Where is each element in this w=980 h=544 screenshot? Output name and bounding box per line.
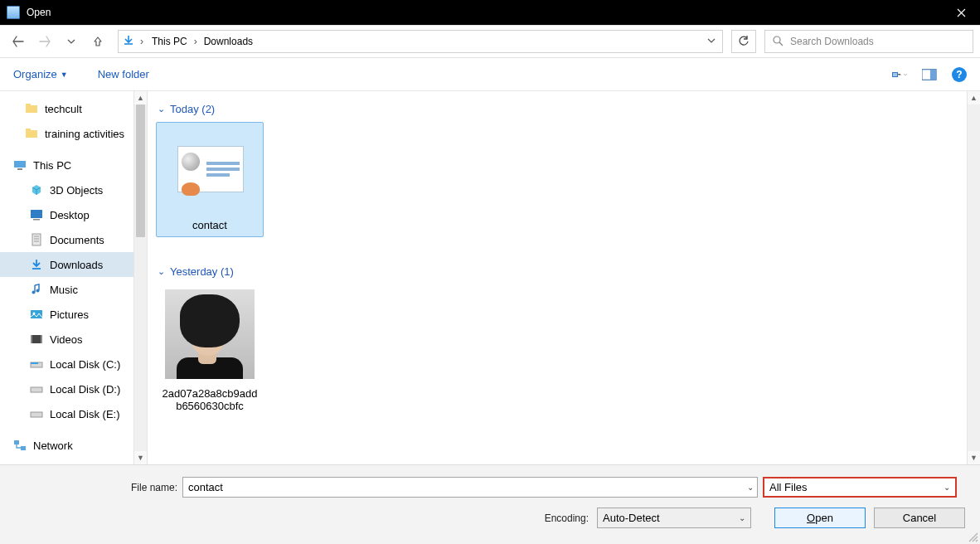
svg-point-15 <box>36 289 40 293</box>
pictures-icon <box>30 308 43 321</box>
chevron-right-icon: › <box>140 36 143 47</box>
svg-rect-5 <box>26 105 37 113</box>
svg-rect-4 <box>930 69 936 80</box>
main-area: techcult training activities This PC 3D … <box>0 91 980 464</box>
search-input[interactable]: Search Downloads <box>764 30 973 53</box>
network-icon <box>13 439 27 452</box>
sidebar-item-local-disk-d[interactable]: Local Disk (D:) <box>0 376 147 401</box>
downloads-location-icon <box>122 34 135 50</box>
chevron-right-icon: › <box>194 36 197 47</box>
file-list: ⌄ Today (2) <box>148 91 980 464</box>
objects-icon <box>30 183 43 197</box>
breadcrumb-this-pc[interactable]: This PC <box>148 34 191 49</box>
svg-rect-25 <box>14 440 19 444</box>
svg-rect-12 <box>33 219 40 221</box>
scroll-up-icon[interactable]: ▲ <box>968 91 980 104</box>
preview-pane-button[interactable] <box>922 67 937 82</box>
file-item-contact[interactable]: contact <box>156 122 264 237</box>
file-type-select[interactable]: All Files ⌄ <box>763 477 957 498</box>
sidebar-item-network[interactable]: Network <box>0 433 147 458</box>
downloads-icon <box>30 258 43 271</box>
chevron-down-icon: ⌄ <box>944 483 950 492</box>
scroll-down-icon[interactable]: ▼ <box>134 451 147 464</box>
forward-button[interactable] <box>33 30 56 53</box>
help-button[interactable]: ? <box>952 67 967 82</box>
window-title: Open <box>27 7 51 18</box>
drive-icon <box>30 357 43 371</box>
new-folder-button[interactable]: New folder <box>98 68 149 80</box>
svg-rect-13 <box>32 234 41 245</box>
svg-rect-10 <box>17 168 22 170</box>
svg-rect-19 <box>31 335 32 343</box>
chevron-down-icon: ⌄ <box>158 266 165 277</box>
sidebar-item-pictures[interactable]: Pictures <box>0 302 147 327</box>
refresh-button[interactable] <box>731 30 756 53</box>
address-dropdown-button[interactable] <box>704 36 719 47</box>
file-label: 2ad07a28a8cb9addb6560630cbfc <box>156 384 264 417</box>
sidebar-item-desktop[interactable]: Desktop <box>0 202 147 227</box>
file-label: contact <box>157 216 263 236</box>
close-button[interactable] <box>942 0 980 25</box>
sidebar-item-documents[interactable]: Documents <box>0 227 147 252</box>
svg-point-0 <box>774 36 780 43</box>
resize-grip[interactable] <box>967 531 978 542</box>
folder-icon <box>25 102 38 115</box>
svg-rect-8 <box>26 129 31 131</box>
computer-icon <box>13 158 27 172</box>
organize-button[interactable]: Organize ▼ <box>13 68 68 80</box>
back-button[interactable] <box>7 30 30 53</box>
chevron-down-icon: ⌄ <box>158 104 165 114</box>
svg-rect-22 <box>31 362 38 364</box>
group-header-yesterday[interactable]: ⌄ Yesterday (1) <box>158 265 958 278</box>
quick-access-item[interactable]: techcult <box>0 96 147 121</box>
encoding-select[interactable]: Auto-Detect ⌄ <box>597 508 751 528</box>
svg-rect-9 <box>14 161 26 168</box>
sidebar-item-downloads[interactable]: Downloads <box>0 252 147 277</box>
drive-icon <box>30 407 43 420</box>
svg-rect-2 <box>893 73 897 76</box>
videos-icon <box>30 333 43 346</box>
svg-rect-7 <box>26 130 37 138</box>
svg-rect-20 <box>41 335 42 343</box>
desktop-icon <box>30 208 43 221</box>
svg-rect-26 <box>21 446 26 450</box>
sidebar-item-music[interactable]: Music <box>0 277 147 302</box>
cancel-button[interactable]: Cancel <box>874 508 965 528</box>
sidebar-item-videos[interactable]: Videos <box>0 327 147 352</box>
documents-icon <box>30 233 43 246</box>
search-icon <box>772 35 784 49</box>
folder-icon <box>25 127 38 140</box>
sidebar-item-local-disk-c[interactable]: Local Disk (C:) <box>0 352 147 376</box>
view-mode-button[interactable] <box>892 67 907 82</box>
group-header-today[interactable]: ⌄ Today (2) <box>158 103 958 115</box>
address-bar[interactable]: › This PC › Downloads <box>118 30 723 53</box>
sidebar-item-3d-objects[interactable]: 3D Objects <box>0 177 147 202</box>
file-item-image[interactable]: 2ad07a28a8cb9addb6560630cbfc <box>156 284 264 417</box>
scroll-thumb[interactable] <box>136 104 145 237</box>
file-name-input[interactable]: contact ⌄ <box>182 477 758 498</box>
scroll-up-icon[interactable]: ▲ <box>134 91 147 104</box>
svg-rect-11 <box>31 210 42 218</box>
app-icon <box>7 6 20 19</box>
command-bar: Organize ▼ New folder ? <box>0 58 980 91</box>
titlebar: Open <box>0 0 980 25</box>
breadcrumb-downloads[interactable]: Downloads <box>201 34 256 49</box>
breadcrumb: This PC › Downloads <box>148 34 256 49</box>
contact-file-icon <box>157 123 264 216</box>
image-thumbnail <box>156 284 264 384</box>
sidebar-item-local-disk-e[interactable]: Local Disk (E:) <box>0 401 147 426</box>
up-button[interactable] <box>86 30 109 53</box>
content-scrollbar[interactable]: ▲ ▼ <box>967 91 980 464</box>
scroll-down-icon[interactable]: ▼ <box>968 451 980 464</box>
chevron-down-icon[interactable]: ⌄ <box>747 483 754 492</box>
sidebar-item-this-pc[interactable]: This PC <box>0 153 147 177</box>
open-button[interactable]: Open <box>774 508 866 528</box>
folder-tree: techcult training activities This PC 3D … <box>0 91 147 463</box>
svg-rect-6 <box>26 104 31 106</box>
search-placeholder: Search Downloads <box>790 36 874 47</box>
chevron-down-icon: ⌄ <box>739 513 745 522</box>
sidebar-scrollbar[interactable]: ▲ ▼ <box>133 91 147 464</box>
recent-locations-button[interactable] <box>60 30 83 53</box>
svg-rect-24 <box>31 412 42 417</box>
quick-access-item[interactable]: training activities <box>0 121 147 146</box>
